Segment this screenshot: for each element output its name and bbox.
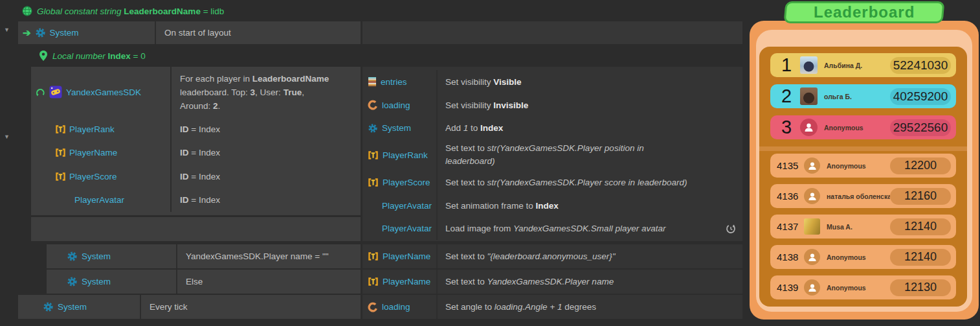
event-on-start-of-layout[interactable]: ➔ System On start of layout: [18, 21, 361, 44]
entries-tiles-icon: [368, 76, 377, 87]
condition-object-name: System: [82, 251, 111, 261]
player-name: Альбина Д.: [824, 62, 890, 69]
condition-text[interactable]: Every tick: [141, 302, 188, 312]
condition-object-name: YandexGamesSDK: [66, 87, 141, 97]
action-playername-anonymous[interactable]: PlayerName Set text to "{leaderboard.ano…: [362, 244, 742, 268]
rank-label: 3: [777, 117, 796, 138]
action-object-name: PlayerAvatar: [382, 201, 432, 211]
gear-icon: [35, 27, 46, 38]
leaderboard-title: Leaderboard: [814, 3, 915, 21]
anonymous-avatar-icon: [800, 119, 818, 136]
leaderboard-row-3: 3 Anonymous 29522560: [770, 115, 956, 139]
text-object-icon: [368, 150, 379, 160]
condition-object-name: PlayerName: [69, 148, 117, 157]
action-playerrank-settext[interactable]: PlayerRank Set text to str(YandexGamesSD…: [362, 139, 742, 170]
action-loading-rotate[interactable]: loading Set angle to loading.Angle + 1 d…: [362, 295, 742, 319]
action-playeravatar-frame[interactable]: PlayerAvatar Set animation frame to Inde…: [362, 194, 742, 217]
collapse-triangle-icon[interactable]: ▼: [4, 27, 10, 33]
action-loading-invisible[interactable]: loading Set visibility Invisible: [362, 93, 742, 117]
condition-playerrank[interactable]: PlayerRank ID = Index: [31, 117, 361, 141]
event-every-tick[interactable]: System Every tick: [18, 295, 361, 319]
foreach-actions-panel[interactable]: entries Set visibility Visible loading S…: [362, 67, 742, 241]
action-object-name: PlayerScore: [383, 178, 430, 187]
leaderboard-row-4136: 4136 наталья оболенская 12160: [770, 184, 956, 208]
text-object-icon: [55, 124, 66, 134]
player-name: Anonymous: [827, 284, 890, 292]
action-object-name: entries: [381, 77, 407, 87]
player-name: ольга Б.: [824, 93, 890, 100]
event-else[interactable]: System Else: [47, 270, 361, 294]
rank-label: 2: [777, 86, 796, 107]
condition-text[interactable]: Else: [177, 277, 203, 286]
local-var-type: Local number: [52, 51, 106, 61]
anonymous-avatar-icon: [804, 157, 820, 174]
leaderboard-title-tag: Leaderboard: [784, 1, 945, 23]
anonymous-avatar-icon: [804, 249, 820, 265]
score-badge: 52241030: [890, 57, 951, 74]
condition-text[interactable]: On start of layout: [156, 28, 231, 38]
anonymous-avatar-icon: [804, 188, 820, 204]
event-foreach-empty-strip[interactable]: [31, 217, 361, 241]
global-var-type: Global constant string: [37, 6, 122, 16]
player-avatar: [804, 218, 820, 235]
leaderboard-row-4139: 4139 Anonymous 12130: [770, 275, 956, 299]
leaderboard-row-4135: 4135 Anonymous 12200: [770, 154, 956, 178]
score-badge: 40259200: [890, 88, 951, 105]
action-object-name: loading: [382, 302, 410, 312]
text-object-icon: [368, 251, 379, 261]
action-object-name: PlayerName: [383, 251, 430, 261]
action-object-name: PlayerName: [383, 277, 430, 286]
globe-icon: [22, 6, 32, 16]
condition-playerscore[interactable]: PlayerScore ID = Index: [31, 165, 361, 189]
condition-object-name: PlayerScore: [69, 172, 117, 181]
text-object-icon: [368, 178, 379, 187]
rank-label: 1: [777, 54, 796, 76]
action-add-to-index[interactable]: System Add 1 to Index: [362, 117, 742, 139]
rank-label: 4135: [777, 160, 800, 171]
gear-icon: [67, 251, 78, 262]
yandex-games-sdk-icon: [49, 86, 62, 99]
player-name: наталья оболенская: [827, 192, 890, 200]
player-avatar: [800, 87, 818, 105]
gear-icon: [67, 276, 78, 287]
rank-label: 4137: [777, 221, 800, 232]
action-playerscore-settext[interactable]: PlayerScore Set text to str(YandexGamesS…: [362, 170, 742, 194]
condition-text[interactable]: For each player in LeaderboardName leade…: [170, 67, 361, 117]
score-badge: 12130: [890, 279, 951, 296]
action-playername-setname[interactable]: PlayerName Set text to YandexGamesSDK.Pl…: [362, 270, 742, 294]
loading-spinner-icon: [368, 100, 378, 110]
player-name: Anonymous: [824, 124, 890, 132]
collapse-triangle-icon[interactable]: ▼: [4, 134, 10, 140]
action-object-name: PlayerAvatar: [382, 224, 432, 233]
leaderboard-row-4137: 4137 Musa A. 12140: [770, 215, 956, 239]
score-badge: 12140: [890, 218, 951, 235]
global-var-value: lidb: [210, 6, 224, 16]
condition-object-name: System: [58, 302, 87, 312]
anonymous-avatar-icon: [804, 279, 820, 296]
player-name: Musa A.: [827, 223, 890, 231]
local-variable-row[interactable]: Local number Index = 0: [39, 47, 146, 64]
action-area-empty[interactable]: [362, 21, 742, 44]
local-var-name: Index: [108, 51, 131, 61]
player-name: Anonymous: [827, 253, 890, 261]
event-player-name-empty[interactable]: System YandexGamesSDK.Player name = "": [47, 244, 361, 268]
rank-label: 4139: [777, 282, 800, 293]
global-variable-row[interactable]: Global constant string LeaderboardName =…: [22, 3, 224, 19]
condition-playeravatar[interactable]: PlayerAvatar ID = Index: [31, 189, 361, 213]
condition-text[interactable]: YandexGamesSDK.Player name = "": [177, 251, 329, 261]
leaderboard-row-4138: 4138 Anonymous 12140: [770, 245, 956, 269]
score-badge: 29522560: [890, 119, 951, 136]
trigger-arrow-icon: ➔: [23, 27, 31, 39]
condition-object-name: System: [82, 277, 111, 286]
player-avatar: [800, 56, 818, 74]
text-object-icon: [55, 172, 66, 181]
rank-label: 4136: [777, 191, 800, 202]
condition-playername[interactable]: PlayerName ID = Index: [31, 141, 361, 165]
leaderboard-row-2: 2 ольга Б. 40259200: [770, 84, 956, 108]
rank-label: 4138: [777, 251, 800, 262]
score-badge: 12200: [890, 157, 951, 174]
local-var-value: 0: [140, 51, 146, 61]
event-foreach-player[interactable]: YandexGamesSDK For each player in Leader…: [31, 67, 361, 215]
action-playeravatar-loadimage[interactable]: PlayerAvatar Load image from YandexGames…: [362, 217, 742, 240]
action-entries-visible[interactable]: entries Set visibility Visible: [362, 70, 742, 93]
